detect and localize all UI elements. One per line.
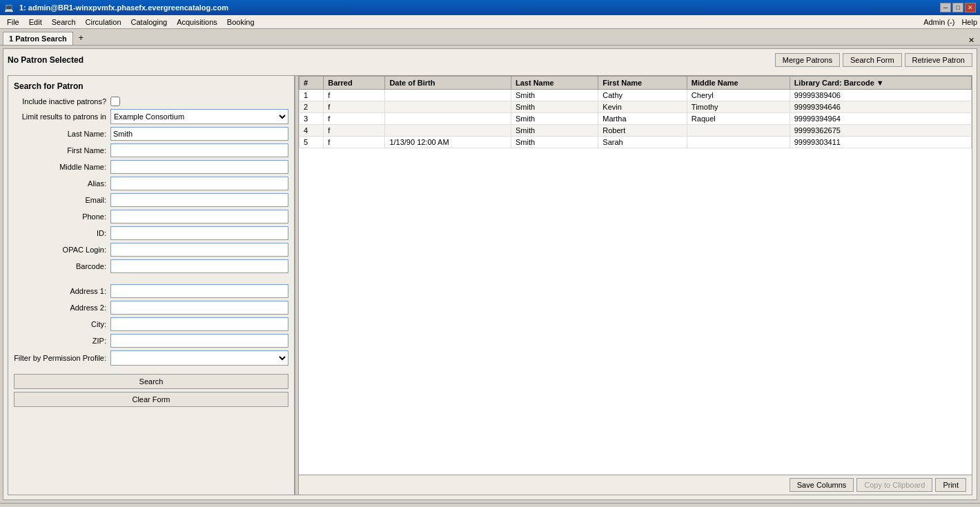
table-row[interactable]: 4fSmithRobert99999362675 [300, 125, 972, 137]
cell-middleName: Timothy [687, 101, 790, 113]
first-name-label: First Name: [14, 146, 110, 155]
barcode-input[interactable] [110, 259, 288, 273]
phone-row: Phone: [14, 210, 288, 223]
id-row: ID: [14, 226, 288, 240]
help-label[interactable]: Help [961, 18, 977, 26]
cell-lastName: Smith [511, 125, 598, 137]
cell-firstName: Kevin [598, 101, 687, 113]
cell-barred: f [324, 113, 385, 125]
opac-login-input[interactable] [110, 243, 288, 257]
table-row[interactable]: 1fSmithCathyCheryl99999389406 [300, 90, 972, 101]
opac-login-row: OPAC Login: [14, 243, 288, 257]
table-row[interactable]: 2fSmithKevinTimothy99999394646 [300, 101, 972, 113]
limit-results-row: Limit results to patrons in Example Cons… [14, 109, 288, 124]
menu-cataloging[interactable]: Cataloging [127, 17, 172, 28]
cell-barred: f [324, 125, 385, 137]
zip-input[interactable] [110, 334, 288, 348]
include-inactive-checkbox[interactable] [110, 97, 120, 106]
tab-close-button[interactable]: ✕ [968, 36, 977, 45]
admin-label[interactable]: Admin (-) [923, 18, 954, 26]
cell-dob: 1/13/90 12:00 AM [385, 137, 511, 148]
clear-form-button[interactable]: Clear Form [14, 392, 288, 407]
results-tbody: 1fSmithCathyCheryl999993894062fSmithKevi… [300, 90, 972, 148]
cell-lastName: Smith [511, 113, 598, 125]
menu-search[interactable]: Search [48, 17, 80, 28]
phone-input[interactable] [110, 210, 288, 223]
cell-num: 1 [300, 90, 324, 101]
limit-results-select[interactable]: Example Consortium [110, 109, 288, 124]
menu-file[interactable]: File [3, 17, 23, 28]
col-header-dob[interactable]: Date of Birth [385, 77, 511, 90]
permission-profile-select[interactable] [110, 350, 288, 366]
col-header-librarycard[interactable]: Library Card: Barcode ▼ [790, 77, 971, 90]
print-button[interactable]: Print [935, 478, 966, 492]
retrieve-patron-button[interactable]: Retrieve Patron [905, 53, 972, 67]
header-row: No Patron Selected Merge Patrons Search … [8, 53, 972, 70]
last-name-row: Last Name: [14, 127, 288, 141]
city-input[interactable] [110, 317, 288, 331]
title-bar-controls: ─ □ ✕ [940, 3, 976, 12]
cell-firstName: Sarah [598, 137, 687, 148]
last-name-input[interactable] [110, 127, 288, 141]
table-row[interactable]: 5f1/13/90 12:00 AMSmithSarah99999303411 [300, 137, 972, 148]
cell-lastName: Smith [511, 101, 598, 113]
menu-edit[interactable]: Edit [25, 17, 46, 28]
cell-libraryCard: 99999362675 [790, 125, 971, 137]
menu-circulation[interactable]: Circulation [81, 17, 126, 28]
permission-profile-row: Filter by Permission Profile: [14, 350, 288, 366]
col-header-middlename[interactable]: Middle Name [687, 77, 790, 90]
permission-profile-label: Filter by Permission Profile: [14, 354, 110, 362]
copy-to-clipboard-button[interactable]: Copy to Clipboard [856, 478, 932, 492]
search-form-button[interactable]: Search Form [843, 53, 902, 67]
restore-button[interactable]: □ [952, 3, 963, 12]
col-header-barred[interactable]: Barred [324, 77, 385, 90]
col-header-lastname[interactable]: Last Name [511, 77, 598, 90]
barcode-row: Barcode: [14, 259, 288, 273]
email-label: Email: [14, 196, 110, 204]
header-buttons: Merge Patrons Search Form Retrieve Patro… [775, 53, 972, 67]
cell-num: 2 [300, 101, 324, 113]
address2-row: Address 2: [14, 301, 288, 315]
form-spacer-1 [14, 276, 288, 284]
address2-input[interactable] [110, 301, 288, 315]
address1-input[interactable] [110, 284, 288, 298]
cell-firstName: Martha [598, 113, 687, 125]
email-row: Email: [14, 193, 288, 207]
email-input[interactable] [110, 193, 288, 207]
right-panel: # Barred Date of Birth Last Name First N… [299, 76, 972, 495]
cell-dob [385, 113, 511, 125]
zip-row: ZIP: [14, 334, 288, 348]
minimize-button[interactable]: ─ [940, 3, 951, 12]
alias-row: Alias: [14, 177, 288, 190]
tab-patron-search[interactable]: 1 Patron Search [3, 32, 73, 45]
first-name-input[interactable] [110, 143, 288, 157]
cell-barred: f [324, 101, 385, 113]
col-header-firstname[interactable]: First Name [598, 77, 687, 90]
menu-booking[interactable]: Booking [223, 17, 259, 28]
last-name-label: Last Name: [14, 130, 110, 138]
close-window-button[interactable]: ✕ [965, 3, 976, 12]
barcode-label: Barcode: [14, 262, 110, 270]
alias-label: Alias: [14, 179, 110, 188]
cell-middleName [687, 137, 790, 148]
menu-acquisitions[interactable]: Acquisitions [173, 17, 222, 28]
include-inactive-label: Include inactive patrons? [14, 97, 110, 106]
buttons-area: Search Clear Form [14, 374, 288, 410]
no-patron-selected: No Patron Selected [8, 55, 84, 65]
phone-label: Phone: [14, 212, 110, 221]
address1-label: Address 1: [14, 287, 110, 295]
save-columns-button[interactable]: Save Columns [790, 478, 854, 492]
id-input[interactable] [110, 226, 288, 240]
search-button[interactable]: Search [14, 374, 288, 389]
col-header-num[interactable]: # [300, 77, 324, 90]
table-row[interactable]: 3fSmithMarthaRaquel99999394964 [300, 113, 972, 125]
cell-middleName: Raquel [687, 113, 790, 125]
zip-label: ZIP: [14, 337, 110, 345]
middle-name-input[interactable] [110, 160, 288, 174]
alias-input[interactable] [110, 177, 288, 190]
cell-dob [385, 90, 511, 101]
id-label: ID: [14, 229, 110, 237]
left-panel: Search for Patron Include inactive patro… [8, 76, 295, 495]
tab-add-button[interactable]: + [75, 31, 88, 45]
merge-patrons-button[interactable]: Merge Patrons [775, 53, 840, 67]
